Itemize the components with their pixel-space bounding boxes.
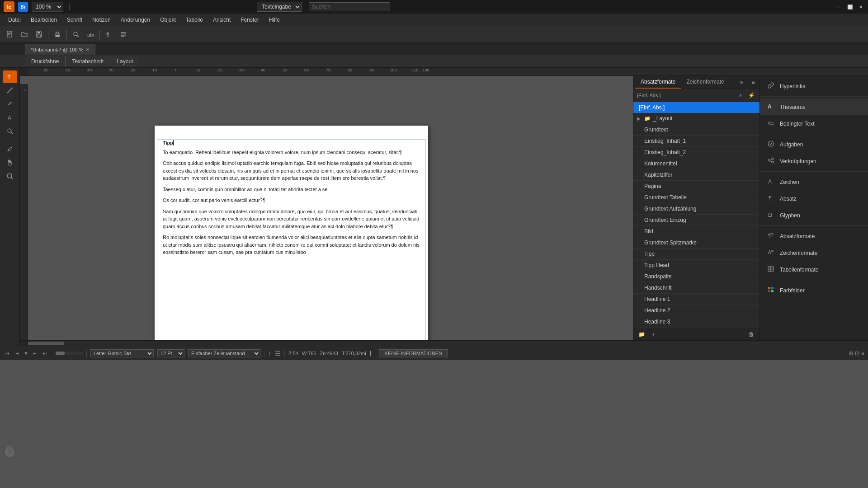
format-item-handschrift[interactable]: Handschrift [633,282,760,294]
nav-last[interactable]: ►| [41,350,48,357]
tool-magnify[interactable] [3,170,17,183]
bridge-icon[interactable]: Br [18,2,28,12]
status-fit-icon[interactable]: ⊡ [855,350,859,357]
tool-text[interactable]: A [3,111,17,124]
format-list[interactable]: 📁 _Layout Grundtext Einstieg_Inhalt_1 Ei… [633,113,760,328]
lightning-icon[interactable]: ⚡ [747,91,756,100]
nav-prev-spread[interactable]: ◄ [14,350,21,357]
panel-item-bedingter-text[interactable]: A Bedingter Text [760,115,868,132]
tool-selection[interactable]: T [3,70,17,83]
nav-next-spread[interactable]: ► [31,350,38,357]
toolbar-btn-3[interactable] [33,28,45,40]
format-item-headline2[interactable]: Headline 2 [633,305,760,316]
page-title[interactable]: Tipp [163,139,420,147]
toolbar-btn-1[interactable] [4,28,16,40]
format-item-tipp[interactable]: Tipp [633,249,760,260]
nav-first[interactable]: |◄ [4,350,11,357]
format-item-bild[interactable]: Bild [633,226,760,237]
format-item-kapitelziffer[interactable]: Kapitelziffer [633,169,760,181]
format-item-einstieg2[interactable]: Einstieg_Inhalt_2 [633,147,760,158]
format-item-headline1[interactable]: Headline 1 [633,294,760,305]
tab-layout[interactable]: Layout [110,56,139,66]
panel-item-hyperlinks[interactable]: Hyperlinks [760,78,868,94]
panel-item-glyphen[interactable]: Ω Glyphen [760,207,868,224]
list-action-style[interactable]: + [649,330,658,339]
menu-bearbeiten[interactable]: Bearbeiten [26,15,61,25]
list-action-delete[interactable]: 🗑 [747,330,756,339]
font-selector[interactable]: Letter Gothic Std [90,349,154,357]
workspace-select[interactable]: Texteingabe [257,2,302,12]
tool-line[interactable] [3,84,17,97]
format-item-grundtext-einzug[interactable]: Grundtext Einzug [633,215,760,226]
restore-button[interactable]: ⬜ [846,3,854,10]
panel-item-absatzformate[interactable]: ¶ Absatzformate [760,228,868,244]
page-scroll-indicator[interactable] [56,352,83,355]
canvas-scroll[interactable]: Tipp To eamquatio. Reheni idellibus raep… [28,76,633,340]
toolbar-btn-align[interactable] [117,28,130,40]
menu-datei[interactable]: Datei [4,15,25,25]
format-item-grundtext-tabelle[interactable]: Grundtext Tabelle [633,192,760,203]
tool-hand[interactable] [3,156,17,169]
menu-objekt[interactable]: Objekt [156,15,180,25]
close-button[interactable]: ✕ [857,3,864,10]
format-item-grundtext-aufzaehlung[interactable]: Grundtext Aufzählung [633,203,760,215]
toolbar-btn-print[interactable] [51,28,64,40]
toolbar-btn-spellcheck[interactable]: abc [84,28,97,40]
format-item-layout[interactable]: 📁 _Layout [633,113,760,124]
add-style-icon[interactable]: + [736,91,745,100]
document-page[interactable]: Tipp To eamquatio. Reheni idellibus raep… [155,126,428,340]
tab-absatzformate[interactable]: Absatzformate [635,76,681,89]
tool-eyedropper[interactable] [3,143,17,155]
h-scrollbar-track[interactable] [28,341,868,346]
status-more-icon[interactable]: ≡ [861,350,864,357]
minimize-button[interactable]: ─ [835,3,843,10]
format-menu-icon[interactable]: ≡ [749,78,758,87]
keine-info-button[interactable]: KEINE INFORMATIONEN [379,349,448,357]
h-scrollbar-thumb[interactable] [28,342,64,345]
align-center-btn[interactable]: ☰ [275,350,281,357]
toolbar-btn-2[interactable] [18,28,31,40]
tab-close-icon[interactable]: ✕ [86,47,90,52]
format-item-pagina[interactable]: Pagina [633,181,760,192]
menu-fenster[interactable]: Fenster [236,15,264,25]
menu-tabelle[interactable]: Tabelle [181,15,208,25]
panel-item-farbfelder[interactable]: Farbfelder [760,282,868,299]
format-expand-icon[interactable]: » [737,78,746,87]
toolbar-btn-search[interactable] [70,28,82,40]
tab-textabschnitt[interactable]: Textabschnitt [66,56,110,66]
panel-item-absatz[interactable]: ¶ Absatz [760,190,868,207]
format-item-einstieg1[interactable]: Einstieg_Inhalt_1 [633,136,760,147]
panel-item-aufgaben[interactable]: Aufgaben [760,136,868,153]
tool-pen[interactable] [3,98,17,110]
menu-ansicht[interactable]: Ansicht [208,15,235,25]
menu-notizen[interactable]: Notizen [88,15,115,25]
document-tab[interactable]: *Unbenannt-7 @ 100 % ✕ [25,44,95,55]
align-left-btn[interactable]: ↑ [268,350,271,357]
menu-hilfe[interactable]: Hilfe [264,15,284,25]
line-spacing-selector[interactable]: Einfacher Zeilenabstand [188,349,260,357]
zoom-selector[interactable]: 100 % [32,2,63,12]
panel-item-zeichenformate[interactable]: A Zeichenformate [760,244,868,261]
list-action-folder[interactable]: 📁 [637,330,646,339]
format-item-grundtext-spitzmarke[interactable]: Grundtext Spitzmarke [633,237,760,249]
format-item-randspalte[interactable]: Randspalte [633,271,760,282]
panel-item-thesaurus[interactable]: A Thesaurus [760,99,868,115]
menu-aenderungen[interactable]: Änderungen [116,15,155,25]
horizontal-scrollbar[interactable] [20,340,868,346]
page-content[interactable]: Tipp To eamquatio. Reheni idellibus raep… [155,126,428,269]
selected-format-item[interactable]: [Einf. Abs.] [633,102,760,113]
format-item-kolumnentitel[interactable]: Kolumnentitel [633,158,760,169]
size-selector[interactable]: 12 Pt [157,349,184,357]
tool-zoom[interactable] [3,125,17,137]
tab-zeichenformate[interactable]: Zeichenformate [681,76,729,89]
panel-item-zeichen[interactable]: A Zeichen [760,174,868,190]
expand-arrow-icon[interactable] [637,116,641,121]
status-grid-icon[interactable]: ⊞ [849,350,853,357]
format-item-tipp-head[interactable]: Tipp Head [633,260,760,271]
panel-item-tabellenformate[interactable]: Tabellenformate [760,261,868,278]
search-input[interactable] [309,2,390,11]
tab-druckfahne[interactable]: Druckfahne [25,56,66,66]
toolbar-btn-para[interactable]: ¶ [103,28,115,40]
panel-item-verknuepfungen[interactable]: Verknüpfungen [760,153,868,169]
format-item-grundtext[interactable]: Grundtext [633,124,760,136]
